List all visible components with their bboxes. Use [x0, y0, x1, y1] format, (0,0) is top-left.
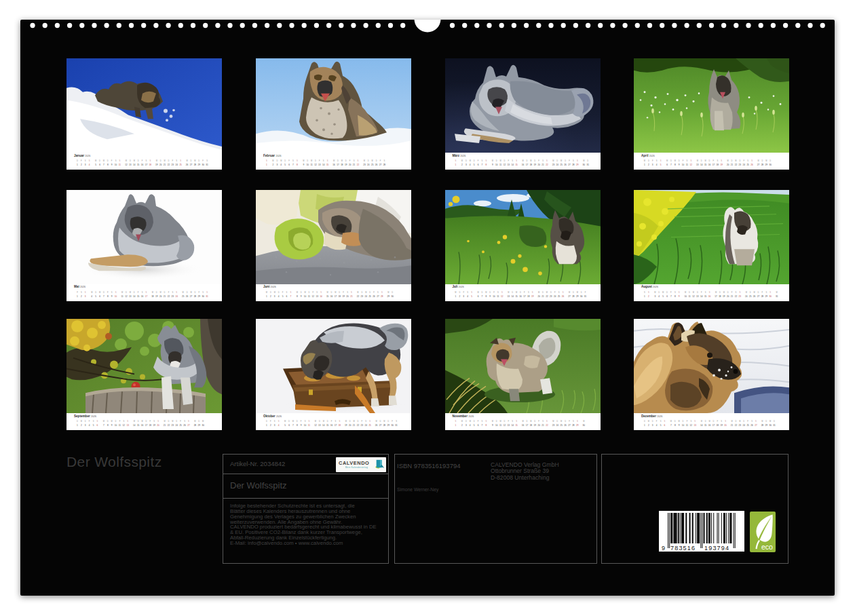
- svg-text:eco: eco: [761, 543, 773, 551]
- svg-text:783516: 783516: [670, 545, 696, 552]
- svg-text:193794: 193794: [704, 545, 729, 552]
- svg-text:9: 9: [662, 545, 665, 552]
